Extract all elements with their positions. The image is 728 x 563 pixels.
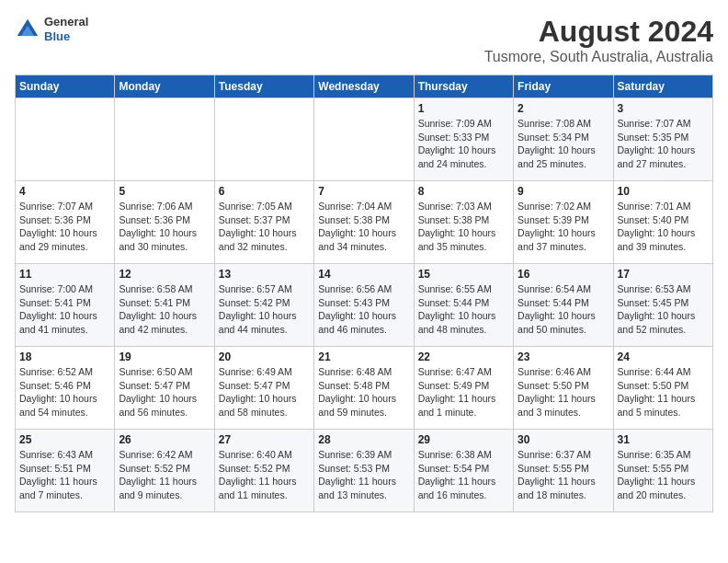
calendar-cell: 19Sunrise: 6:50 AMSunset: 5:47 PMDayligh… [115, 347, 214, 430]
calendar-cell: 24Sunrise: 6:44 AMSunset: 5:50 PMDayligh… [613, 347, 712, 430]
calendar-cell: 5Sunrise: 7:06 AMSunset: 5:36 PMDaylight… [115, 181, 214, 264]
calendar-cell: 30Sunrise: 6:37 AMSunset: 5:55 PMDayligh… [514, 430, 613, 512]
day-number: 20 [219, 350, 310, 363]
day-info: Sunrise: 6:46 AMSunset: 5:50 PMDaylight:… [518, 365, 609, 419]
day-info: Sunrise: 7:08 AMSunset: 5:34 PMDaylight:… [518, 117, 609, 171]
calendar-cell [214, 98, 313, 181]
day-number: 31 [618, 433, 709, 446]
calendar-cell: 11Sunrise: 7:00 AMSunset: 5:41 PMDayligh… [16, 264, 115, 347]
week-row-2: 4Sunrise: 7:07 AMSunset: 5:36 PMDaylight… [16, 181, 713, 264]
day-info: Sunrise: 7:07 AMSunset: 5:35 PMDaylight:… [618, 117, 709, 171]
calendar-cell: 26Sunrise: 6:42 AMSunset: 5:52 PMDayligh… [115, 430, 214, 512]
calendar-cell: 13Sunrise: 6:57 AMSunset: 5:42 PMDayligh… [214, 264, 313, 347]
page-header: General Blue August 2024 Tusmore, South … [15, 15, 713, 65]
day-number: 27 [219, 433, 310, 446]
day-number: 18 [19, 350, 110, 363]
days-of-week-row: SundayMondayTuesdayWednesdayThursdayFrid… [16, 75, 713, 98]
calendar-cell: 27Sunrise: 6:40 AMSunset: 5:52 PMDayligh… [214, 430, 313, 512]
calendar-title: August 2024 [484, 15, 713, 49]
calendar-cell: 3Sunrise: 7:07 AMSunset: 5:35 PMDaylight… [613, 98, 712, 181]
day-info: Sunrise: 6:58 AMSunset: 5:41 PMDaylight:… [119, 282, 210, 337]
title-block: August 2024 Tusmore, South Australia, Au… [484, 15, 713, 65]
day-info: Sunrise: 6:40 AMSunset: 5:52 PMDaylight:… [219, 448, 310, 502]
calendar-cell [115, 98, 214, 181]
logo-general: General [44, 15, 88, 29]
day-info: Sunrise: 7:05 AMSunset: 5:37 PMDaylight:… [219, 200, 310, 254]
day-of-week-saturday: Saturday [613, 75, 712, 98]
calendar-body: 1Sunrise: 7:09 AMSunset: 5:33 PMDaylight… [16, 98, 713, 512]
day-of-week-monday: Monday [115, 75, 214, 98]
day-number: 14 [318, 268, 409, 281]
day-info: Sunrise: 6:48 AMSunset: 5:48 PMDaylight:… [318, 365, 409, 419]
logo-text: General Blue [44, 15, 88, 43]
day-number: 24 [618, 350, 709, 363]
day-info: Sunrise: 7:09 AMSunset: 5:33 PMDaylight:… [418, 117, 509, 171]
calendar-cell: 18Sunrise: 6:52 AMSunset: 5:46 PMDayligh… [16, 347, 115, 430]
calendar-cell: 31Sunrise: 6:35 AMSunset: 5:55 PMDayligh… [613, 430, 712, 512]
day-number: 5 [119, 185, 210, 198]
calendar-cell: 1Sunrise: 7:09 AMSunset: 5:33 PMDaylight… [414, 98, 513, 181]
day-info: Sunrise: 6:37 AMSunset: 5:55 PMDaylight:… [518, 448, 609, 502]
day-info: Sunrise: 6:43 AMSunset: 5:51 PMDaylight:… [19, 448, 110, 502]
day-number: 21 [318, 350, 409, 363]
day-info: Sunrise: 7:06 AMSunset: 5:36 PMDaylight:… [119, 200, 210, 254]
day-number: 12 [119, 268, 210, 281]
calendar-cell: 6Sunrise: 7:05 AMSunset: 5:37 PMDaylight… [214, 181, 313, 264]
calendar-cell: 17Sunrise: 6:53 AMSunset: 5:45 PMDayligh… [613, 264, 712, 347]
day-info: Sunrise: 7:00 AMSunset: 5:41 PMDaylight:… [19, 282, 110, 337]
day-info: Sunrise: 7:07 AMSunset: 5:36 PMDaylight:… [19, 200, 110, 254]
day-number: 10 [618, 185, 709, 198]
day-number: 7 [318, 185, 409, 198]
calendar-header: SundayMondayTuesdayWednesdayThursdayFrid… [16, 75, 713, 98]
day-info: Sunrise: 6:42 AMSunset: 5:52 PMDaylight:… [119, 448, 210, 502]
day-info: Sunrise: 6:47 AMSunset: 5:49 PMDaylight:… [418, 365, 509, 419]
day-number: 3 [618, 102, 709, 115]
day-info: Sunrise: 6:39 AMSunset: 5:53 PMDaylight:… [318, 448, 409, 502]
day-number: 1 [418, 102, 509, 115]
day-info: Sunrise: 6:54 AMSunset: 5:44 PMDaylight:… [518, 282, 609, 337]
day-of-week-friday: Friday [514, 75, 613, 98]
day-number: 19 [119, 350, 210, 363]
day-number: 23 [518, 350, 609, 363]
day-info: Sunrise: 7:03 AMSunset: 5:38 PMDaylight:… [418, 200, 509, 254]
day-number: 22 [418, 350, 509, 363]
calendar-subtitle: Tusmore, South Australia, Australia [484, 49, 713, 65]
day-number: 28 [318, 433, 409, 446]
day-info: Sunrise: 6:55 AMSunset: 5:44 PMDaylight:… [418, 282, 509, 337]
calendar-cell: 10Sunrise: 7:01 AMSunset: 5:40 PMDayligh… [613, 181, 712, 264]
day-info: Sunrise: 6:44 AMSunset: 5:50 PMDaylight:… [618, 365, 709, 419]
calendar-cell: 12Sunrise: 6:58 AMSunset: 5:41 PMDayligh… [115, 264, 214, 347]
day-info: Sunrise: 6:35 AMSunset: 5:55 PMDaylight:… [618, 448, 709, 502]
logo-icon [15, 17, 40, 42]
calendar-cell: 16Sunrise: 6:54 AMSunset: 5:44 PMDayligh… [514, 264, 613, 347]
day-info: Sunrise: 7:01 AMSunset: 5:40 PMDaylight:… [618, 200, 709, 254]
week-row-5: 25Sunrise: 6:43 AMSunset: 5:51 PMDayligh… [16, 430, 713, 512]
week-row-3: 11Sunrise: 7:00 AMSunset: 5:41 PMDayligh… [16, 264, 713, 347]
day-number: 11 [19, 268, 110, 281]
day-info: Sunrise: 6:50 AMSunset: 5:47 PMDaylight:… [119, 365, 210, 419]
calendar-table: SundayMondayTuesdayWednesdayThursdayFrid… [15, 75, 713, 512]
day-info: Sunrise: 6:56 AMSunset: 5:43 PMDaylight:… [318, 282, 409, 337]
week-row-4: 18Sunrise: 6:52 AMSunset: 5:46 PMDayligh… [16, 347, 713, 430]
calendar-cell [16, 98, 115, 181]
day-of-week-thursday: Thursday [414, 75, 513, 98]
day-of-week-sunday: Sunday [16, 75, 115, 98]
calendar-cell: 23Sunrise: 6:46 AMSunset: 5:50 PMDayligh… [514, 347, 613, 430]
calendar-cell: 8Sunrise: 7:03 AMSunset: 5:38 PMDaylight… [414, 181, 513, 264]
day-number: 17 [618, 268, 709, 281]
week-row-1: 1Sunrise: 7:09 AMSunset: 5:33 PMDaylight… [16, 98, 713, 181]
calendar-cell: 21Sunrise: 6:48 AMSunset: 5:48 PMDayligh… [314, 347, 414, 430]
day-number: 13 [219, 268, 310, 281]
logo-blue: Blue [44, 29, 88, 44]
calendar-cell: 2Sunrise: 7:08 AMSunset: 5:34 PMDaylight… [514, 98, 613, 181]
day-number: 2 [518, 102, 609, 115]
day-info: Sunrise: 6:53 AMSunset: 5:45 PMDaylight:… [618, 282, 709, 337]
calendar-cell: 9Sunrise: 7:02 AMSunset: 5:39 PMDaylight… [514, 181, 613, 264]
day-info: Sunrise: 6:57 AMSunset: 5:42 PMDaylight:… [219, 282, 310, 337]
day-number: 29 [418, 433, 509, 446]
day-of-week-tuesday: Tuesday [214, 75, 313, 98]
day-number: 8 [418, 185, 509, 198]
logo: General Blue [15, 15, 88, 43]
calendar-cell: 20Sunrise: 6:49 AMSunset: 5:47 PMDayligh… [214, 347, 313, 430]
day-info: Sunrise: 6:49 AMSunset: 5:47 PMDaylight:… [219, 365, 310, 419]
